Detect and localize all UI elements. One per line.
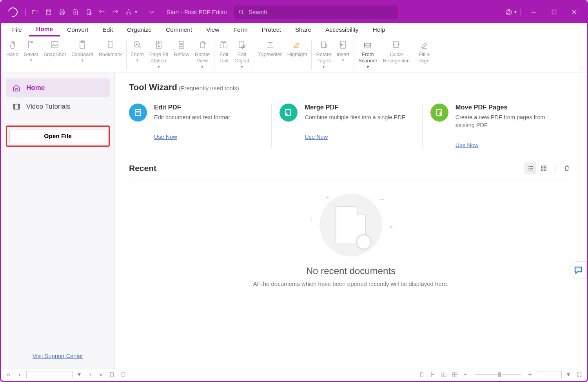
tool-from-scanner[interactable]: From Scanner▼ [356,38,380,73]
print-icon[interactable] [56,7,67,18]
separator [25,9,26,16]
svg-rect-26 [544,169,546,171]
page-dropdown-button[interactable]: ▾ [75,371,83,378]
view-continuous-icon[interactable] [428,371,437,378]
tool-wizard-header: Tool Wizard (Frequently used tools) [129,82,573,93]
touch-icon[interactable] [123,7,134,18]
tool-pagefit[interactable]: Page Fit Option▼ [147,38,171,73]
tool-zoom[interactable]: Zoom▼ [128,38,147,73]
close-button[interactable] [565,1,584,23]
card-edit-pdf[interactable]: Edit PDF Edit document and text format U… [129,104,272,148]
first-page-button[interactable]: « [4,371,13,378]
use-now-link[interactable]: Use Now [154,134,230,140]
support-center-link[interactable]: Visit Support Center [6,349,110,363]
dropdown-caret-icon[interactable]: ▼ [514,10,517,14]
collapse-ribbon-icon[interactable]: ⌃ [580,67,584,72]
nav-back-button[interactable] [108,371,116,378]
undo-icon[interactable] [96,7,107,18]
menu-convert[interactable]: Convert [60,24,95,36]
next-page-button[interactable]: › [86,371,94,378]
view-grid-button[interactable] [538,162,550,174]
menu-organize[interactable]: Organize [120,24,159,36]
fullscreen-button[interactable] [575,371,584,378]
separator [414,40,414,70]
tool-ocr[interactable]: OCRQuick Recognition [380,38,413,73]
menu-accessibility[interactable]: Accessibility [318,24,365,36]
use-now-link[interactable]: Use Now [456,142,565,148]
tool-hand[interactable]: Hand [4,38,21,73]
prev-page-button[interactable]: ‹ [15,371,24,378]
view-facing-icon[interactable] [439,371,448,378]
menu-comment[interactable]: Comment [159,24,199,36]
search-input[interactable] [249,9,394,15]
use-now-link[interactable]: Use Now [305,134,405,140]
menu-view[interactable]: View [199,24,226,36]
dropdown-caret-icon[interactable]: ▼ [134,10,138,14]
tool-bookmark[interactable]: Bookmark [96,38,125,73]
page-number-input[interactable] [26,371,73,378]
maximize-button[interactable] [544,1,563,23]
last-page-button[interactable]: » [97,371,105,378]
menu-help[interactable]: Help [366,24,392,36]
zoom-value-input[interactable] [537,371,562,378]
sidebar-item-home[interactable]: Home [6,78,110,97]
tool-select[interactable]: Select▼ [21,38,41,73]
card-move-pdf[interactable]: Move PDF Pages Create a new PDF from pag… [423,104,573,148]
tool-rotatepages[interactable]: Rotate Pages▼ [313,38,334,73]
svg-rect-31 [432,375,434,377]
menu-file[interactable]: File [5,24,29,36]
clear-recent-button[interactable] [561,162,573,174]
separator [521,9,521,16]
view-facing-cont-icon[interactable] [450,371,459,378]
tool-rotateview[interactable]: Rotate View▼ [192,38,212,73]
menu-protect[interactable]: Protect [255,24,288,36]
svg-rect-19 [13,104,20,109]
tool-clipboard[interactable]: Clipboard▼ [69,38,96,73]
body: Home Video Tutorials Open File Visit Sup… [1,73,587,369]
sidebar-item-video[interactable]: Video Tutorials [6,97,110,116]
tool-fillsign[interactable]: Fill & Sign [416,38,433,73]
svg-rect-30 [432,372,434,374]
separator [311,40,312,70]
zoom-out-button[interactable]: − [461,371,470,378]
open-file-button[interactable]: Open File [9,129,106,143]
menu-share[interactable]: Share [288,24,318,36]
tool-edittext[interactable]: Edit Text [216,38,232,73]
tool-reflow[interactable]: Reflow [171,38,192,73]
separator [126,40,127,70]
minimize-button[interactable] [524,1,543,23]
nav-fwd-button[interactable] [119,371,127,378]
tool-editobject[interactable]: Edit Object▼ [232,38,252,73]
menu-edit[interactable]: Edit [95,24,120,36]
search-icon [238,9,245,15]
zoom-dropdown-button[interactable]: ▾ [564,371,573,378]
svg-rect-36 [452,375,454,377]
editobject-icon [237,40,247,50]
highlight-icon [292,40,302,50]
view-single-icon[interactable] [417,371,426,378]
tool-snapshot[interactable]: SnapShot [41,38,69,73]
user-account-icon[interactable] [503,7,514,18]
card-merge-pdf[interactable]: Merge PDF Combine multiple files into a … [272,104,422,148]
page-add-icon[interactable] [70,7,81,18]
tool-typewriter[interactable]: Typewriter [256,38,285,73]
zoom-slider[interactable] [475,374,521,375]
insert-icon [338,40,348,50]
menu-form[interactable]: Form [226,24,254,36]
page-new-icon[interactable] [83,7,94,18]
qat-customize-icon[interactable] [146,7,157,18]
svg-point-1 [240,10,243,13]
view-list-button[interactable] [524,162,536,174]
menu-home[interactable]: Home [29,23,60,36]
save-icon[interactable] [43,7,54,18]
zoom-in-button[interactable]: + [526,371,534,378]
search-box[interactable] [234,5,398,19]
svg-rect-14 [321,42,325,47]
reflow-icon [176,40,187,50]
tool-highlight[interactable]: Highlight [285,38,310,73]
redo-icon[interactable] [110,7,121,18]
tool-insert[interactable]: Insert▼ [334,38,352,73]
app-logo-icon [6,5,19,18]
open-folder-icon[interactable] [30,7,41,18]
help-bubble-button[interactable] [570,261,587,278]
